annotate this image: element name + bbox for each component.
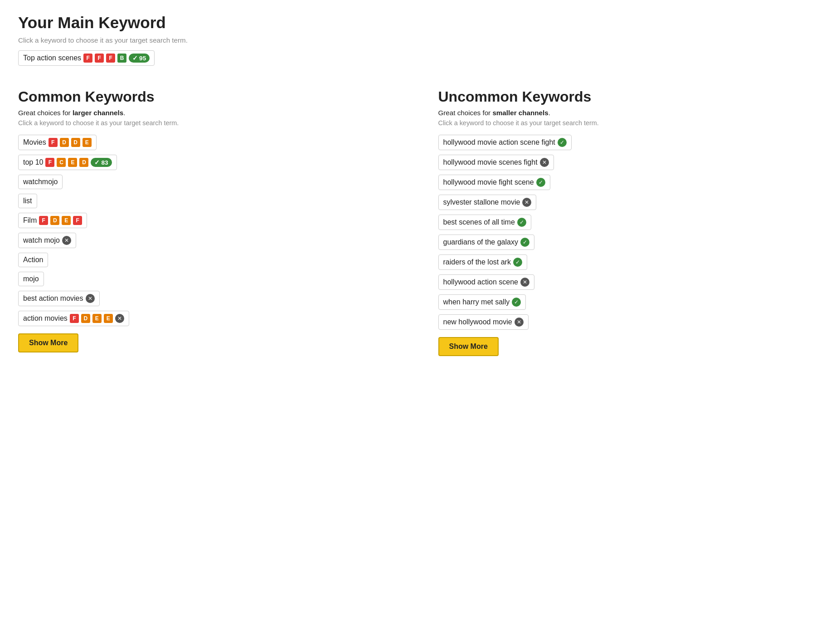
common-keywords-column: Common Keywords Great choices for larger… [18,88,402,356]
common-keyword-tag[interactable]: watchmojo [18,175,63,189]
status-check-icon: ✓ [512,298,521,307]
common-keyword-tag[interactable]: action moviesFDEE✕ [18,311,129,326]
keyword-text: best action movies [23,294,83,303]
grade-badge: E [104,314,113,323]
columns-container: Common Keywords Great choices for larger… [18,88,822,356]
grade-badge: D [71,138,80,147]
status-check-icon: ✓ [513,258,522,267]
status-x-icon: ✕ [62,236,71,245]
main-keyword-text: Top action scenes [23,54,81,62]
uncommon-keyword-tag[interactable]: hollywood movie scenes fight✕ [438,155,554,170]
keyword-text: list [23,197,32,205]
score-badge: ✓ 95 [129,54,150,63]
grade-badge: F [70,314,79,323]
status-check-icon: ✓ [520,238,529,247]
grade-badge: D [81,314,90,323]
keyword-text: sylvester stallone movie [443,198,520,206]
common-keyword-tag[interactable]: MoviesFDDE [18,135,97,150]
grade-badge: E [62,216,71,225]
uncommon-keywords-subtitle: Click a keyword to choose it as your tar… [438,119,822,127]
status-x-icon: ✕ [515,318,524,327]
uncommon-keyword-tag[interactable]: sylvester stallone movie✕ [438,195,537,210]
keyword-text: Movies [23,138,46,147]
keyword-text: hollywood movie fight scene [443,178,534,186]
status-check-icon: ✓ [536,178,545,187]
keyword-text: hollywood movie scenes fight [443,158,538,166]
uncommon-keyword-tag[interactable]: guardians of the galaxy✓ [438,235,534,250]
grade-badge-F: F [83,54,92,63]
common-keyword-tag[interactable]: FilmFDEF [18,213,87,228]
keyword-text: guardians of the galaxy [443,238,518,246]
grade-badge: D [79,158,88,167]
common-keywords-heading: Common Keywords [18,88,402,105]
grade-badge-B: B [117,54,126,63]
grade-badge: F [73,216,82,225]
keyword-text: Action [23,256,43,264]
uncommon-keyword-tag[interactable]: best scenes of all time✓ [438,215,531,230]
status-x-icon: ✕ [520,278,529,287]
grade-badge: E [68,158,77,167]
common-keyword-tag[interactable]: Action [18,253,48,267]
main-keyword-subtitle: Click a keyword to choose it as your tar… [18,36,822,44]
common-keyword-tag[interactable]: list [18,194,37,208]
check-icon: ✓ [94,159,100,166]
keyword-text: watch mojo [23,236,60,245]
keyword-text: raiders of the lost ark [443,258,511,266]
keyword-text: hollywood movie action scene fight [443,138,555,147]
check-icon: ✓ [132,54,138,62]
keyword-text: when harry met sally [443,298,510,306]
uncommon-keywords-list: hollywood movie action scene fight✓holly… [438,135,822,330]
grade-badge: C [57,158,66,167]
uncommon-keyword-tag[interactable]: when harry met sally✓ [438,294,526,310]
common-keywords-desc: Great choices for larger channels. [18,109,402,117]
keyword-text: watchmojo [23,178,58,186]
grade-badge-F: F [106,54,115,63]
common-keywords-list: MoviesFDDEtop 10FCED✓ 83watchmojolistFil… [18,135,402,326]
status-x-icon: ✕ [86,294,95,303]
grade-badge: E [83,138,92,147]
common-keyword-tag[interactable]: mojo [18,272,44,286]
status-x-icon: ✕ [540,158,549,167]
common-keyword-tag[interactable]: best action movies✕ [18,291,100,306]
main-keyword-section: Your Main Keyword Click a keyword to cho… [18,14,822,66]
uncommon-keyword-tag[interactable]: hollywood movie action scene fight✓ [438,135,572,150]
grade-badge: D [50,216,59,225]
uncommon-keywords-desc: Great choices for smaller channels. [438,109,822,117]
grade-badge-F: F [95,54,104,63]
uncommon-keyword-tag[interactable]: new hollywood movie✕ [438,314,529,330]
uncommon-keyword-tag[interactable]: hollywood action scene✕ [438,274,534,290]
keyword-text: hollywood action scene [443,278,518,286]
grade-badge: F [45,158,54,167]
status-x-icon: ✕ [115,314,124,323]
keyword-text: action movies [23,314,68,323]
keyword-text: top 10 [23,158,43,166]
grade-badge: D [60,138,69,147]
status-check-icon: ✓ [517,218,526,227]
grade-badge: E [92,314,102,323]
common-keyword-tag[interactable]: top 10FCED✓ 83 [18,155,117,170]
keyword-text: new hollywood movie [443,318,512,326]
keyword-text: mojo [23,275,39,283]
common-show-more-button[interactable]: Show More [18,333,78,352]
uncommon-keywords-column: Uncommon Keywords Great choices for smal… [438,88,822,356]
score-badge: ✓ 83 [91,158,112,167]
grade-badge: F [49,138,58,147]
uncommon-keywords-heading: Uncommon Keywords [438,88,822,105]
status-check-icon: ✓ [558,138,567,147]
keyword-text: best scenes of all time [443,218,515,226]
main-keyword-tag[interactable]: Top action scenes FFFB✓ 95 [18,50,155,66]
common-keywords-subtitle: Click a keyword to choose it as your tar… [18,119,402,127]
uncommon-show-more-button[interactable]: Show More [438,337,499,356]
main-keyword-heading: Your Main Keyword [18,14,822,32]
uncommon-keyword-tag[interactable]: hollywood movie fight scene✓ [438,175,550,190]
keyword-text: Film [23,216,37,225]
grade-badge: F [39,216,48,225]
uncommon-keyword-tag[interactable]: raiders of the lost ark✓ [438,254,527,270]
status-x-icon: ✕ [522,198,531,207]
common-keyword-tag[interactable]: watch mojo✕ [18,233,76,248]
